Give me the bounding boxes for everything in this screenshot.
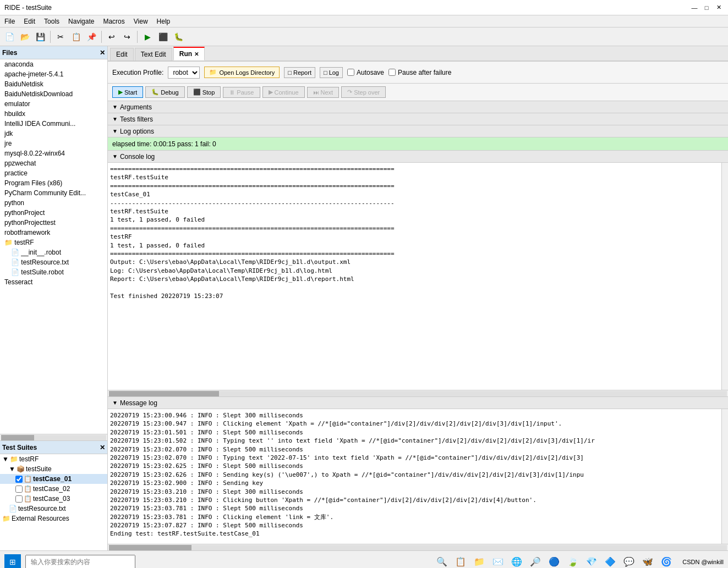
file-item-testsuite[interactable]: 📄 testSuite.robot [0,267,107,277]
new-button[interactable]: 📄 [2,30,17,44]
pause-button[interactable]: ⏸ Pause [223,87,260,98]
menu-macros[interactable]: Macros [98,16,129,26]
taskbar-icon-app3[interactable]: 🔷 [603,555,617,569]
tests-filters-section-header[interactable]: ▼ Tests filters [108,113,728,125]
file-item-tesseract[interactable]: Tesseract [0,277,107,287]
menu-view[interactable]: View [129,16,152,26]
test-suites-close-icon[interactable]: ✕ [100,444,105,451]
file-item-anaconda[interactable]: anaconda [0,59,107,69]
step-over-button[interactable]: ↷ Step over [341,86,386,98]
autosave-checkbox[interactable] [347,69,354,76]
console-hscroll-thumb[interactable] [109,391,219,396]
file-item-intellij[interactable]: IntelliJ IDEA Communi... [0,119,107,129]
tab-run[interactable]: Run ✕ [173,47,205,60]
taskbar-start[interactable]: ⊞ [4,554,21,569]
tab-edit[interactable]: Edit [110,48,134,60]
files-hscroll-thumb[interactable] [1,435,34,440]
redo-button[interactable]: ↪ [120,30,134,44]
file-item-ppzwechat[interactable]: ppzwechat [0,158,107,168]
ts-testrf[interactable]: ▼ 📁 testRF [0,454,107,464]
menu-navigate[interactable]: Navigate [64,16,98,26]
menu-help[interactable]: Help [152,16,175,26]
files-hscroll[interactable] [0,434,107,440]
taskbar-icon-chrome[interactable]: 🔵 [547,555,561,569]
autosave-label[interactable]: Autosave [347,69,384,76]
next-button[interactable]: ⏭ Next [307,87,340,98]
file-item-jmeter[interactable]: apache-jmeter-5.4.1 [0,69,107,79]
undo-button[interactable]: ↩ [105,30,119,44]
file-item-robotframework[interactable]: robotframework [0,228,107,238]
testcase02-checkbox[interactable] [15,486,23,493]
ts-testcase01[interactable]: 📋 testCase_01 [0,474,107,484]
file-item-emulator[interactable]: emulator [0,99,107,109]
taskbar-icon-app4[interactable]: 💬 [622,555,636,569]
menu-tools[interactable]: Tools [40,16,64,26]
file-item-init[interactable]: 📄 __init__.robot [0,247,107,257]
log-options-section-header[interactable]: ▼ Log options [108,125,728,137]
save-button[interactable]: 💾 [33,30,47,44]
menu-file[interactable]: File [0,16,19,26]
file-item-jre[interactable]: jre [0,139,107,148]
maximize-button[interactable]: □ [702,3,711,13]
file-item-baidudownload[interactable]: BaiduNetdiskDownload [0,89,107,99]
cut-button[interactable]: ✂ [53,30,68,44]
close-button[interactable]: ✕ [714,3,724,13]
file-item-programfiles[interactable]: Program Files (x86) [0,178,107,188]
pause-failure-checkbox[interactable] [388,69,396,76]
stop-tb-button[interactable]: ⬛ [156,30,170,44]
arguments-section-header[interactable]: ▼ Arguments [108,101,728,113]
console-header[interactable]: ▼ Console log [108,151,728,163]
stop-button[interactable]: ⬛ Stop [187,86,221,98]
start-button[interactable]: ▶ Start [112,86,143,98]
open-logs-button[interactable]: 📁 Open Logs Directory [204,67,280,78]
message-vscroll[interactable] [721,409,728,544]
ts-testresource[interactable]: 📄 testResource.txt [0,504,107,514]
taskbar-icon-app5[interactable]: 🦋 [641,555,655,569]
file-item-pythonprojecttest[interactable]: pythonProjecttest [0,218,107,228]
file-item-python[interactable]: python [0,198,107,208]
files-close-icon[interactable]: ✕ [100,49,105,57]
debug-tb-button[interactable]: 🐛 [171,30,185,44]
file-item-pythonproject[interactable]: pythonProject [0,208,107,218]
exec-profile-select[interactable]: robot [168,67,200,79]
debug-button[interactable]: 🐛 Debug [145,86,184,98]
file-item-testresource[interactable]: 📄 testResource.txt [0,257,107,267]
continue-button[interactable]: ▶ Continue [262,86,305,98]
minimize-button[interactable]: — [689,3,699,13]
report-button[interactable]: □ Report [284,67,315,78]
ts-external[interactable]: 📁 External Resources [0,514,107,523]
paste-button[interactable]: 📌 [84,30,98,44]
log-button[interactable]: □ Log [320,67,343,78]
ts-testcase03[interactable]: 📋 testCase_03 [0,494,107,504]
file-item-pycharm[interactable]: PyCharm Community Edit... [0,188,107,198]
menu-edit[interactable]: Edit [19,16,40,26]
message-hscroll-thumb[interactable] [109,545,191,550]
taskbar-icon-task[interactable]: 📋 [453,555,468,569]
file-item-mysql[interactable]: mysql-8.0.22-winx64 [0,148,107,158]
file-item-hbuildx[interactable]: hbuildx [0,109,107,119]
taskbar-icon-app2[interactable]: 💎 [584,555,599,569]
run-button[interactable]: ▶ [140,30,155,44]
message-hscroll[interactable] [108,544,728,550]
taskbar-icon-search[interactable]: 🔍 [435,555,449,569]
ts-testcase02[interactable]: 📋 testCase_02 [0,484,107,494]
taskbar-icon-app1[interactable]: 🍃 [566,555,580,569]
console-vscroll[interactable] [721,163,728,390]
tab-run-close-icon[interactable]: ✕ [194,51,199,57]
testcase01-checkbox[interactable] [15,476,23,483]
taskbar-icon-edge[interactable]: 🌐 [510,555,524,569]
pause-failure-label[interactable]: Pause after failure [388,69,451,76]
ts-testsuite[interactable]: ▼ 📦 testSuite [0,464,107,474]
taskbar-search[interactable] [25,555,135,569]
file-item-baidunetdisk[interactable]: BaiduNetdisk [0,79,107,89]
open-button[interactable]: 📂 [18,30,32,44]
taskbar-icon-explorer[interactable]: 📁 [472,555,486,569]
taskbar-icon-email[interactable]: ✉️ [491,555,505,569]
file-item-practice[interactable]: practice [0,168,107,178]
file-item-jdk[interactable]: jdk [0,129,107,139]
tab-text-edit[interactable]: Text Edit [135,48,172,60]
console-hscroll[interactable] [108,390,728,396]
message-header[interactable]: ▼ Message log [108,397,728,409]
taskbar-icon-search2[interactable]: 🔎 [528,555,543,569]
testcase03-checkbox[interactable] [15,495,23,503]
